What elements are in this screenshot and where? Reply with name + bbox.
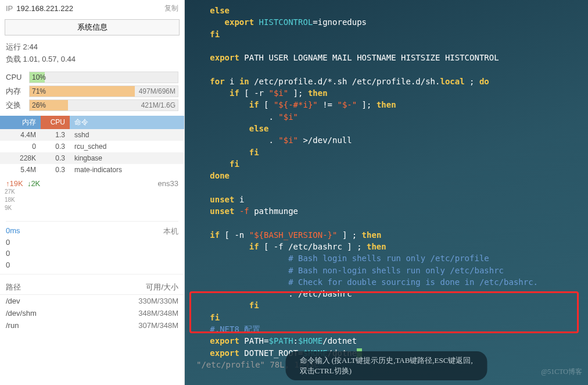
th-mem[interactable]: 内存 — [0, 116, 41, 129]
ping-row: 0ms 本机 — [0, 224, 184, 237]
net-down: ↓2K — [27, 179, 40, 188]
table-row: /dev/shm348M/348M — [0, 307, 184, 319]
table-row: /run307M/348M — [0, 319, 184, 331]
table-row: 00.3rcu_sched — [0, 141, 184, 152]
ping-history: 0 0 0 — [0, 237, 184, 275]
table-row: 228K0.3kingbase — [0, 152, 184, 164]
th-cpu[interactable]: CPU — [41, 116, 70, 129]
system-info-button[interactable]: 系统信息 — [5, 19, 180, 35]
net-up: ↑19K — [6, 179, 23, 188]
th-size[interactable]: 可用/大小 — [83, 280, 184, 295]
copy-button[interactable]: 复制 — [164, 3, 178, 13]
mem-meter: 内存 71% 497M/696M — [0, 84, 184, 98]
ping-value: 0ms — [6, 226, 20, 237]
load-text: 负载 1.01, 0.57, 0.44 — [6, 54, 178, 66]
table-row: 5.4M0.3mate-indicators — [0, 164, 184, 176]
th-path[interactable]: 路径 — [0, 280, 83, 295]
sidebar: IP 192.168.221.222 复制 系统信息 运行 2:44 负载 1.… — [0, 0, 185, 385]
net-stats: ↑19K ↓2K ens33 — [0, 176, 184, 189]
table-row: 4.4M1.3sshd — [0, 129, 184, 141]
command-input-hint[interactable]: 命令输入 (按ALT键提示历史,TAB键路径,ESC键返回,双击CTRL切换) — [286, 351, 487, 380]
cpu-meter: CPU 10% — [0, 70, 184, 84]
ip-row: IP 192.168.221.222 复制 — [0, 0, 184, 17]
code-content: else export HISTCONTROL=ignoredups fi ex… — [195, 5, 578, 370]
status-block: 运行 2:44 负载 1.01, 0.57, 0.44 — [0, 40, 184, 70]
net-chart: 27K18K9K — [6, 189, 178, 222]
disk-table: 路径可用/大小 /dev330M/330M /dev/shm348M/348M … — [0, 280, 184, 331]
swap-meter: 交换 26% 421M/1.6G — [0, 98, 184, 112]
ping-host: 本机 — [163, 226, 178, 237]
watermark: @51CTO博客 — [541, 367, 582, 377]
table-row: /dev330M/330M — [0, 295, 184, 308]
uptime-text: 运行 2:44 — [6, 41, 178, 54]
process-table: 内存 CPU 命令 4.4M1.3sshd 00.3rcu_sched 228K… — [0, 116, 184, 176]
net-interface: ens33 — [158, 179, 178, 188]
ip-label: IP — [6, 4, 13, 13]
ip-value: 192.168.221.222 — [16, 4, 164, 13]
terminal-pane[interactable]: else export HISTCONTROL=ignoredups fi ex… — [185, 0, 588, 385]
th-cmd[interactable]: 命令 — [70, 116, 184, 129]
